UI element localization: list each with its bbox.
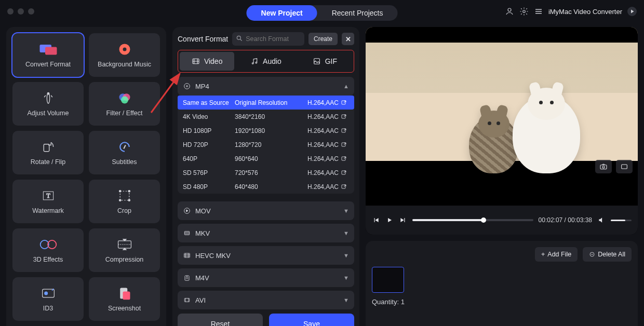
snapshot-button[interactable] bbox=[595, 160, 612, 173]
tool-label: Adjust Volume bbox=[28, 110, 69, 117]
edit-preset-icon[interactable] bbox=[339, 100, 349, 106]
delete-all-button[interactable]: Delete All bbox=[583, 247, 632, 262]
preset-list: Same as SourceOriginal ResolutionH.264,A… bbox=[178, 96, 354, 194]
preset-resolution: 1280*720 bbox=[235, 141, 292, 148]
tool-crop[interactable]: Crop bbox=[89, 180, 160, 223]
tab-gif[interactable]: GIF bbox=[298, 52, 352, 71]
tool-label: Rotate / Flip bbox=[31, 158, 65, 166]
svg-rect-3 bbox=[45, 47, 57, 55]
edit-preset-icon[interactable] bbox=[339, 142, 349, 148]
file-queue: +Add File Delete All Quantity: 1 bbox=[366, 241, 638, 326]
preset-row[interactable]: 640P960*640H.264,AAC bbox=[178, 152, 354, 166]
edit-preset-icon[interactable] bbox=[339, 170, 349, 176]
convert-format-icon bbox=[39, 42, 58, 57]
queue-thumbnail[interactable] bbox=[372, 267, 404, 293]
menu-icon[interactable] bbox=[534, 7, 543, 16]
preset-name: HD 1080P bbox=[183, 127, 235, 134]
reset-button[interactable]: Reset bbox=[178, 314, 263, 326]
preset-name: SD 480P bbox=[183, 183, 235, 191]
panel-title: Convert Format bbox=[178, 35, 228, 43]
format-group-m4v[interactable]: M4V▼ bbox=[178, 268, 354, 287]
format-group-hevcmkv[interactable]: HEVC MKV▼ bbox=[178, 246, 354, 265]
close-button[interactable]: ✕ bbox=[342, 33, 354, 45]
tool-id3[interactable]: ID3 bbox=[12, 277, 84, 321]
format-category-tabs: Video Audio GIF bbox=[178, 50, 354, 73]
tool-adjust-volume[interactable]: Adjust Volume bbox=[12, 82, 84, 126]
preset-codec: H.264,AAC bbox=[292, 141, 339, 148]
minimize-dot[interactable] bbox=[18, 8, 24, 15]
chevron-down-icon: ▼ bbox=[343, 230, 349, 236]
prev-button[interactable] bbox=[372, 216, 380, 224]
svg-point-25 bbox=[237, 36, 241, 39]
format-group-mp4[interactable]: MP4 ▲ bbox=[178, 77, 354, 96]
preset-resolution: 3840*2160 bbox=[235, 113, 292, 120]
tool-screenshot[interactable]: Screenshot bbox=[89, 277, 160, 321]
tool-background-music[interactable]: Background Music bbox=[89, 33, 160, 77]
preset-resolution: 960*640 bbox=[235, 155, 292, 162]
format-group-mkv[interactable]: MKV▼ bbox=[178, 224, 354, 242]
svg-point-43 bbox=[186, 276, 187, 277]
play-button[interactable] bbox=[385, 216, 394, 224]
svg-point-15 bbox=[128, 191, 130, 193]
tool-rotate-flip[interactable]: Rotate / Flip bbox=[12, 131, 84, 174]
tool-subtitles[interactable]: Subtitles bbox=[89, 131, 160, 174]
preset-row[interactable]: Same as SourceOriginal ResolutionH.264,A… bbox=[178, 96, 354, 110]
window-controls[interactable] bbox=[7, 8, 34, 15]
preset-row[interactable]: 4K Video3840*2160H.264,AAC bbox=[178, 110, 354, 124]
add-file-button[interactable]: +Add File bbox=[535, 247, 578, 262]
preset-row[interactable]: SD 480P640*480H.264,AAC bbox=[178, 180, 354, 194]
tool-filter-effect[interactable]: Filter / Effect bbox=[89, 82, 160, 126]
format-group-mov[interactable]: MOV▼ bbox=[178, 201, 354, 220]
svg-point-22 bbox=[44, 292, 48, 295]
preset-name: SD 576P bbox=[183, 169, 235, 176]
project-tab-switch: New Project Recent Projects bbox=[247, 5, 398, 21]
save-button[interactable]: Save bbox=[269, 314, 354, 326]
preset-row[interactable]: SD 576P720*576H.264,AAC bbox=[178, 166, 354, 180]
format-group-avi[interactable]: AVI▼ bbox=[178, 291, 354, 309]
preset-codec: H.264,AAC bbox=[292, 183, 339, 191]
screenshot-icon bbox=[115, 286, 134, 301]
tab-audio[interactable]: Audio bbox=[238, 52, 293, 71]
account-icon[interactable] bbox=[505, 7, 514, 16]
gear-icon[interactable] bbox=[519, 7, 529, 16]
next-button[interactable] bbox=[399, 216, 407, 224]
tool-convert-format[interactable]: Convert Format bbox=[12, 33, 84, 77]
edit-preset-icon[interactable] bbox=[339, 114, 349, 120]
app-logo-icon bbox=[627, 7, 637, 16]
volume-icon[interactable] bbox=[597, 216, 606, 224]
progress-bar[interactable] bbox=[412, 219, 533, 221]
edit-preset-icon[interactable] bbox=[339, 156, 349, 162]
svg-rect-35 bbox=[342, 143, 345, 146]
tool-3d-effects[interactable]: 3D Effects bbox=[12, 228, 84, 272]
preset-row[interactable]: HD 1080P1920*1080H.264,AAC bbox=[178, 124, 354, 138]
svg-rect-32 bbox=[342, 101, 345, 104]
video-frame[interactable] bbox=[366, 27, 638, 206]
preset-codec: H.264,AAC bbox=[292, 99, 339, 106]
close-dot[interactable] bbox=[7, 8, 14, 15]
tool-label: Compression bbox=[105, 256, 144, 263]
tab-video[interactable]: Video bbox=[180, 52, 234, 71]
preset-row[interactable]: HD 720P1280*720H.264,AAC bbox=[178, 138, 354, 152]
format-group-label: M4V bbox=[195, 274, 209, 282]
create-button[interactable]: Create bbox=[308, 33, 338, 45]
svg-point-16 bbox=[119, 199, 121, 201]
maximize-dot[interactable] bbox=[28, 8, 34, 15]
tab-new-project[interactable]: New Project bbox=[247, 5, 317, 21]
search-icon bbox=[236, 35, 243, 42]
format-group-label: HEVC MKV bbox=[195, 252, 231, 260]
volume-slider[interactable] bbox=[611, 220, 632, 221]
chevron-down-icon: ▼ bbox=[343, 252, 349, 259]
chevron-up-icon: ▲ bbox=[343, 83, 349, 89]
edit-preset-icon[interactable] bbox=[339, 128, 349, 134]
preview-area: 00:02:07 / 00:03:38 bbox=[366, 27, 638, 235]
chevron-down-icon: ▼ bbox=[343, 208, 349, 214]
svg-rect-37 bbox=[342, 171, 345, 174]
tab-recent-projects[interactable]: Recent Projects bbox=[317, 5, 398, 21]
fullscreen-button[interactable] bbox=[616, 160, 633, 173]
svg-point-14 bbox=[119, 191, 121, 193]
edit-preset-icon[interactable] bbox=[339, 184, 349, 190]
background-music-icon bbox=[115, 42, 134, 57]
tool-watermark[interactable]: TWatermark bbox=[12, 180, 84, 223]
format-group-label: MKV bbox=[195, 229, 210, 237]
tool-compression[interactable]: Compression bbox=[89, 228, 160, 272]
